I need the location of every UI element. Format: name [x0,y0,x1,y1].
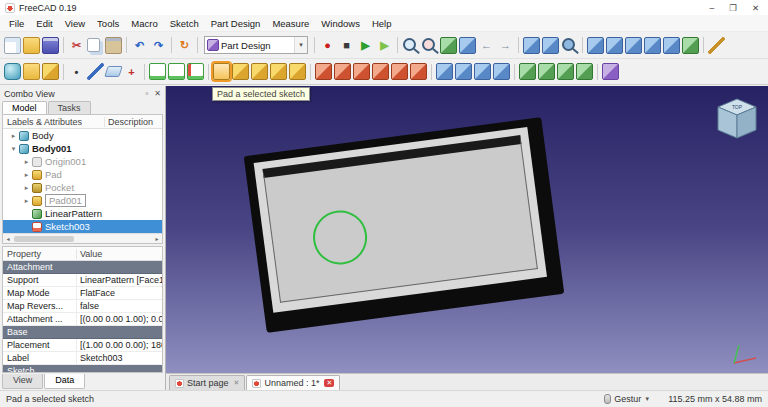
draft-button[interactable] [474,63,491,80]
navigation-style-button[interactable]: Gestur ▼ [604,394,650,404]
pad-button[interactable] [213,63,230,80]
zoom-in-button[interactable] [402,37,419,54]
tree-horizontal-scrollbar[interactable]: ◂ ▸ [3,233,162,243]
expander-icon[interactable]: ▸ [22,171,31,179]
view-front-button[interactable] [523,37,540,54]
open-document-button[interactable] [23,37,40,54]
close-panel-icon[interactable]: ✕ [154,89,161,98]
draw-style-button[interactable] [682,37,699,54]
menu-tools[interactable]: Tools [91,17,125,30]
groove-button[interactable] [353,63,370,80]
create-coordinate-system-button[interactable]: + [123,63,140,80]
view-top-button[interactable] [542,37,559,54]
tree-item-sketch003[interactable]: Sketch003 [3,220,162,233]
macro-stop-button[interactable]: ■ [338,37,355,54]
navigation-cube[interactable]: TOP [712,94,762,144]
property-group-attachment[interactable]: Attachment [3,261,162,274]
cut-button[interactable]: ✂ [68,37,85,54]
hole-button[interactable] [334,63,351,80]
scroll-left-icon[interactable]: ◂ [3,235,13,242]
chamfer-button[interactable] [455,63,472,80]
polar-pattern-button[interactable] [557,63,574,80]
edit-sketch-button[interactable] [168,63,185,80]
tree-item-body[interactable]: ▸Body [3,129,162,142]
new-document-button[interactable] [4,37,21,54]
menu-help[interactable]: Help [366,17,398,30]
view-left-button[interactable] [644,37,661,54]
menu-sketch[interactable]: Sketch [164,17,205,30]
expander-icon[interactable]: ▸ [22,158,31,166]
expander-icon[interactable]: ▸ [22,197,31,205]
property-row[interactable]: Placement[(1.00 0.00 0.00); 180.0... [3,339,162,352]
property-group-base[interactable]: Base [3,326,162,339]
paste-button[interactable] [105,37,122,54]
view-isometric-button[interactable] [663,37,680,54]
macro-record-button[interactable]: ● [319,37,336,54]
tab-data[interactable]: Data [44,374,85,389]
create-body-button[interactable] [4,63,21,80]
property-row[interactable]: Map ModeFlatFace [3,287,162,300]
menu-edit[interactable]: Edit [30,17,58,30]
undo-button[interactable]: ↶ [131,37,148,54]
zoom-out-button[interactable] [421,37,438,54]
tree-item-pocket[interactable]: ▸Pocket [3,181,162,194]
tab-model[interactable]: Model [2,101,47,114]
additive-loft-button[interactable] [251,63,268,80]
view-bottom-button[interactable] [625,37,642,54]
sketch-circle[interactable] [310,207,371,268]
menu-measure[interactable]: Measure [266,17,315,30]
linear-pattern-button[interactable] [538,63,555,80]
create-datum-line-button[interactable] [87,63,104,80]
view-right-button[interactable] [587,37,604,54]
3d-viewport[interactable]: TOP [166,86,768,373]
menu-part-design[interactable]: Part Design [205,17,267,30]
tab-tasks[interactable]: Tasks [48,101,91,114]
boolean-operation-button[interactable] [602,63,619,80]
tree-item-origin001[interactable]: ▸Origin001 [3,155,162,168]
multitransform-button[interactable] [576,63,593,80]
view-rear-button[interactable] [606,37,623,54]
close-tab-icon[interactable]: ✕ [324,379,334,387]
maximize-button[interactable]: ❐ [729,3,737,13]
additive-pipe-button[interactable] [270,63,287,80]
menu-macro[interactable]: Macro [125,17,163,30]
menu-file[interactable]: File [3,17,30,30]
subtractive-helix-button[interactable] [410,63,427,80]
mirrored-button[interactable] [519,63,536,80]
tree-item-pad[interactable]: ▸Pad [3,168,162,181]
model-pocket[interactable] [262,135,537,303]
close-tab-icon[interactable]: ✕ [234,379,240,387]
document-tab-unnamed-1-[interactable]: Unnamed : 1*✕ [246,375,340,390]
fit-all-button[interactable] [440,37,457,54]
create-group-button[interactable] [23,63,40,80]
property-row[interactable]: Attachment ...[(0.00 0.00 1.00); 0.00 °.… [3,313,162,326]
scroll-thumb[interactable] [14,236,74,242]
model-top-face[interactable] [254,127,547,313]
map-sketch-button[interactable] [187,63,204,80]
view-axonometric-button[interactable] [459,37,476,54]
create-sketch-button[interactable] [149,63,166,80]
copy-button[interactable] [87,38,100,52]
property-group-sketch[interactable]: Sketch [3,365,162,372]
tree-item-linearpattern[interactable]: LinearPattern [3,207,162,220]
subtractive-loft-button[interactable] [372,63,389,80]
property-row[interactable]: SupportLinearPattern [Face19] [3,274,162,287]
scroll-track[interactable] [13,235,152,243]
expander-icon[interactable]: ▸ [22,184,31,192]
redo-button[interactable]: ↷ [150,37,167,54]
document-tab-start-page[interactable]: Start page✕ [169,375,245,390]
tree-item-pad001[interactable]: ▸Pad001 [3,194,162,207]
subtractive-pipe-button[interactable] [391,63,408,80]
measure-distance-button[interactable] [708,37,725,54]
menu-view[interactable]: View [59,17,91,30]
tree-item-body001[interactable]: ▾Body001 [3,142,162,155]
pocket-button[interactable] [315,63,332,80]
close-button[interactable]: ✕ [752,3,759,13]
create-part-button[interactable] [42,63,59,80]
scroll-right-icon[interactable]: ▸ [152,235,162,242]
workbench-selector[interactable]: Part Design▾ [204,36,308,54]
property-row[interactable]: Map Revers...false [3,300,162,313]
model-3d[interactable] [244,117,565,333]
revolution-button[interactable] [232,63,249,80]
macro-debug-button[interactable]: ▶ [376,37,393,54]
